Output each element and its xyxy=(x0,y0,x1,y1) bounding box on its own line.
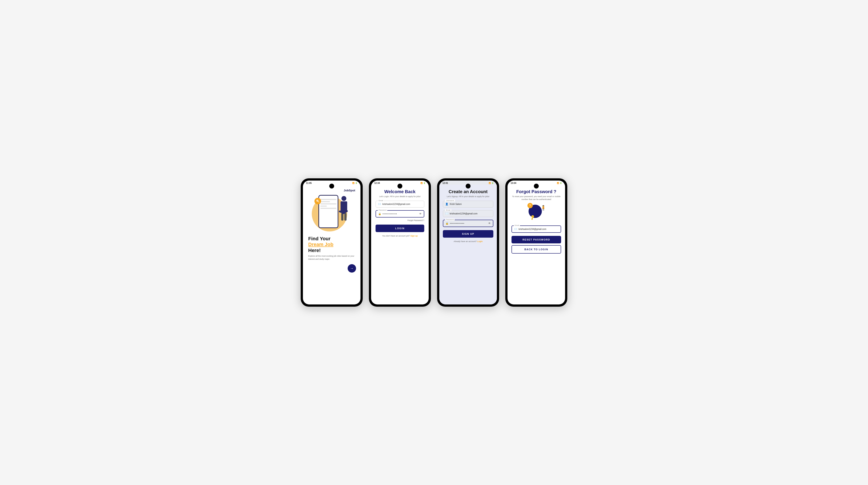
forgot-illustration: ? 🧍 🔑 xyxy=(526,203,546,221)
signup-password-input[interactable]: 🔒 •••••••••••• 👁 xyxy=(443,220,493,227)
wifi-icon: 📶 xyxy=(489,182,491,184)
password-label: Password xyxy=(378,209,387,211)
forgot-email-input[interactable]: ✉️ krishsaloni1234@gmail.com xyxy=(512,225,561,233)
back-to-login-button[interactable]: BACK TO LOGIN xyxy=(512,245,561,254)
battery-icon: 🔋 xyxy=(355,182,358,184)
signup-content: Create an Account Let's Signup. Fill in … xyxy=(439,185,497,304)
email-input[interactable]: ✉️ krishsaloni1234@gmail.com xyxy=(376,201,424,207)
figure-body xyxy=(341,201,347,213)
search-badge-icon xyxy=(314,198,321,204)
signup-email-input[interactable]: ✉️ krishsaloni1234@gmail.com xyxy=(443,210,493,217)
figure-legs xyxy=(337,213,350,221)
mock-line xyxy=(320,205,327,207)
signup-password-value: •••••••••••• xyxy=(450,222,487,225)
username-input[interactable]: 👤 Krish Saloni xyxy=(443,201,493,207)
password-field-container: Password 🔒 •••••••••••• 👁 xyxy=(376,210,424,218)
login-subtitle: Let's Login. Fill in your details to app… xyxy=(376,195,424,198)
forgot-subtitle: To reset your password, you need your em… xyxy=(512,195,561,201)
status-icons-1: 📶 🔋 xyxy=(352,182,358,184)
splash-content: JobSpot xyxy=(303,185,361,304)
forgot-content: Forgot Password ? To reset your password… xyxy=(507,185,565,304)
signup-email-field-container: Email ✉️ krishsaloni1234@gmail.com xyxy=(443,210,493,217)
login-link[interactable]: Login xyxy=(477,240,483,243)
phone-signup: 12:01 📶 🔋 Create an Account Let's Signup… xyxy=(437,178,499,307)
signup-prompt: You don't have an account yet? Sign up xyxy=(376,235,424,237)
figure-leg-right xyxy=(344,213,346,221)
camera-notch xyxy=(398,184,402,189)
forgot-email-value: krishsaloni1234@gmail.com xyxy=(519,228,558,230)
wifi-icon: 📶 xyxy=(421,182,423,184)
battery-icon: 🔋 xyxy=(560,182,562,184)
mock-line xyxy=(320,203,336,204)
login-button[interactable]: LOGIN xyxy=(376,225,424,232)
email-label: Email xyxy=(378,200,384,201)
password-input[interactable]: 🔒 •••••••••••• 👁 xyxy=(376,210,424,218)
time-1: 11:05 xyxy=(306,182,312,184)
mock-line xyxy=(320,199,336,200)
mock-line xyxy=(320,208,336,209)
signup-email-label: Email xyxy=(445,209,451,211)
lock-icon: 🔒 xyxy=(445,222,448,225)
forgot-title: Forgot Password ? xyxy=(512,189,561,194)
phones-container: 11:05 📶 🔋 JobSpot xyxy=(301,178,567,307)
app-logo: JobSpot xyxy=(344,189,355,192)
user-icon: 👤 xyxy=(445,203,448,205)
time-4: 13:04 xyxy=(510,182,516,184)
camera-notch xyxy=(466,184,470,189)
splash-illustration xyxy=(310,194,354,234)
show-password-icon[interactable]: 👁 xyxy=(488,222,491,225)
next-button[interactable] xyxy=(348,264,356,272)
signup-title: Create an Account xyxy=(443,189,493,194)
wifi-icon: 📶 xyxy=(352,182,354,184)
phone-mockup-graphic xyxy=(318,195,338,228)
figure-head xyxy=(341,196,346,201)
phone-splash: 11:05 📶 🔋 JobSpot xyxy=(301,178,363,307)
email-icon: ✉️ xyxy=(445,212,448,215)
splash-description: Explore all the most exciting job roles … xyxy=(308,255,355,261)
signup-email-value: krishsaloni1234@gmail.com xyxy=(450,213,491,215)
time-2: 12:34 xyxy=(374,182,380,184)
reset-password-button[interactable]: RESET PASSWORD xyxy=(512,236,561,244)
signup-password-field-container: Password 🔒 •••••••••••• 👁 xyxy=(443,220,493,227)
email-icon: ✉️ xyxy=(514,228,517,231)
camera-notch xyxy=(329,184,334,189)
login-title: Welcome Back xyxy=(376,189,424,194)
time-3: 12:01 xyxy=(442,182,448,184)
headline-highlight: Dream Job xyxy=(308,241,355,247)
signup-button[interactable]: SIGN UP xyxy=(443,230,493,238)
password-value: •••••••••••• xyxy=(383,213,418,215)
battery-icon: 🔋 xyxy=(492,182,494,184)
signup-link[interactable]: Sign up xyxy=(410,235,417,237)
camera-notch xyxy=(534,184,539,189)
splash-text-block: Find Your Dream Job Here! Explore all th… xyxy=(307,236,356,261)
headline-line3: Here! xyxy=(308,248,355,253)
battery-icon: 🔋 xyxy=(423,182,426,184)
login-prompt: Already have an account? Login xyxy=(443,240,493,243)
phone-forgot: 13:04 📶 🔋 Forgot Password ? To reset you… xyxy=(505,178,567,307)
email-field-container: Email ✉️ krishsaloni1234@gmail.com xyxy=(376,201,424,207)
status-icons-3: 📶 🔋 xyxy=(489,182,494,184)
email-value: krishsaloni1234@gmail.com xyxy=(382,203,422,205)
lock-icon: 🔒 xyxy=(378,213,381,215)
username-label: Username xyxy=(445,200,455,201)
signup-password-label: Password xyxy=(445,219,455,221)
username-field-container: Username 👤 Krish Saloni xyxy=(443,201,493,207)
status-icons-4: 📶 🔋 xyxy=(557,182,562,184)
forgot-email-label: Email xyxy=(514,224,520,226)
email-icon: ✉️ xyxy=(378,203,381,205)
phone-login: 12:34 📶 🔋 Welcome Back Let's Login. Fill… xyxy=(369,178,431,307)
signup-subtitle: Let's Signup. Fill in your details to ap… xyxy=(443,195,493,198)
mock-line xyxy=(320,201,330,202)
username-value: Krish Saloni xyxy=(450,203,491,205)
person-illustration xyxy=(337,196,350,225)
no-account-text: You don't have an account yet? xyxy=(382,235,410,237)
figure-icon: 🧍 xyxy=(540,205,546,211)
headline-line1: Find Your xyxy=(308,236,355,241)
forgot-password-link[interactable]: Forgot Password ? xyxy=(376,219,424,222)
status-icons-2: 📶 🔋 xyxy=(421,182,426,184)
wifi-icon: 📶 xyxy=(557,182,559,184)
login-content: Welcome Back Let's Login. Fill in your d… xyxy=(371,185,429,304)
question-badge: ? xyxy=(527,203,533,208)
forgot-email-field-container: Email ✉️ krishsaloni1234@gmail.com xyxy=(512,225,561,233)
show-password-icon[interactable]: 👁 xyxy=(419,213,422,215)
